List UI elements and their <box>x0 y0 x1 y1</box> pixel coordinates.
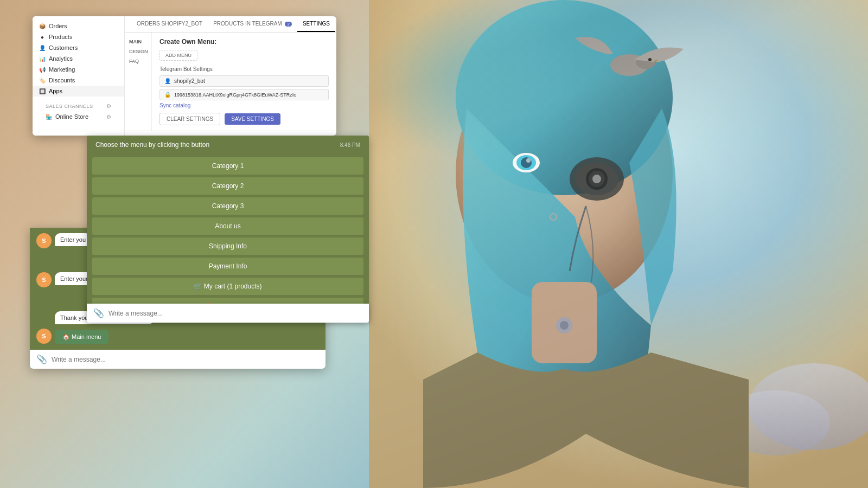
sub-tab-faq[interactable]: FAQ <box>125 56 151 66</box>
sidebar-item-products[interactable]: ● Products <box>33 31 124 42</box>
chat-input-bar-bottom: 📎 <box>30 350 326 369</box>
svg-point-20 <box>560 321 569 330</box>
clear-settings-button[interactable]: CLEAR SETTINGS <box>159 113 220 125</box>
discounts-icon: 🏷️ <box>39 78 46 84</box>
add-menu-button[interactable]: ADD MENU <box>159 50 197 61</box>
bot-name-row: 👤 shopify2_bot <box>159 75 329 87</box>
sidebar-item-analytics[interactable]: 📊 Analytics <box>33 53 124 64</box>
store-icon: 🏪 <box>46 114 52 120</box>
bot-token-row: 🔒 1998153816:AAHLtX9olgRGprj4GTk8GIEuWAZ… <box>159 89 329 100</box>
chat-input-top[interactable] <box>108 310 362 317</box>
shopify-main-content: ORDERS SHOPIFY2_BOT PRODUCTS IN TELEGRAM… <box>125 16 336 136</box>
chat-input-bar-top: 📎 <box>87 304 369 323</box>
menu-btn-category2[interactable]: Category 2 <box>92 177 363 195</box>
avatar-s-1: S <box>36 233 52 248</box>
telegram-menu-header: Choose the menu by clicking the button 8… <box>87 136 369 154</box>
bubble-enter-you: Enter you <box>55 233 91 246</box>
sub-tab-design[interactable]: DESIGN <box>125 47 151 56</box>
chat-row-6: S 🏠 Main menu <box>36 329 319 344</box>
sidebar-item-apps[interactable]: 🔲 Apps <box>33 86 124 97</box>
sales-channels-title: SALES CHANNELS ⚙ <box>39 101 118 111</box>
chat-input-bottom[interactable] <box>52 356 319 363</box>
bottom-buttons: CLEAR SETTINGS SAVE SETTINGS <box>159 113 329 125</box>
telegram-menu-buttons: Category 1 Category 2 Category 3 About u… <box>87 154 369 320</box>
tabs-bar: ORDERS SHOPIFY2_BOT PRODUCTS IN TELEGRAM… <box>125 16 336 33</box>
sync-catalog-link[interactable]: Sync catalog <box>159 102 329 108</box>
menu-btn-payment[interactable]: Payment Info <box>92 258 363 275</box>
sidebar-item-marketing[interactable]: 📢 Marketing <box>33 64 124 75</box>
tab-products-telegram[interactable]: PRODUCTS IN TELEGRAM 2 <box>208 16 297 32</box>
sub-tab-main[interactable]: MAIN <box>125 37 151 47</box>
menu-prompt-text: Choose the menu by clicking the button <box>95 141 209 149</box>
shopify-admin-panel: 📦 Orders ● Products 👤 Customers 📊 Analyt… <box>33 16 336 136</box>
avatar-s-3: S <box>36 329 52 344</box>
menu-btn-shipping[interactable]: Shipping Info <box>92 237 363 255</box>
customers-icon: 👤 <box>39 45 46 51</box>
lock-icon: 🔒 <box>164 92 171 98</box>
sidebar-item-discounts[interactable]: 🏷️ Discounts <box>33 75 124 86</box>
svg-point-15 <box>550 214 557 220</box>
analytics-icon: 📊 <box>39 56 46 62</box>
menu-time: 8:46 PM <box>340 142 360 148</box>
sidebar-item-customers[interactable]: 👤 Customers <box>33 42 124 53</box>
products-icon: ● <box>39 34 46 40</box>
attach-icon-top[interactable]: 📎 <box>93 308 104 318</box>
tab-orders[interactable]: ORDERS SHOPIFY2_BOT <box>131 16 208 32</box>
telegram-menu-panel: Choose the menu by clicking the button 8… <box>87 136 369 320</box>
menu-btn-about[interactable]: About us <box>92 217 363 235</box>
tab-settings[interactable]: SETTINGS <box>297 16 335 32</box>
bot-name-icon: 👤 <box>164 78 171 84</box>
sidebar-item-orders[interactable]: 📦 Orders <box>33 21 124 31</box>
svg-point-10 <box>592 175 601 183</box>
save-settings-button[interactable]: SAVE SETTINGS <box>225 113 280 125</box>
svg-point-18 <box>648 58 652 61</box>
sidebar-item-online-store[interactable]: 🏪 Online Store ⚙ <box>39 111 118 122</box>
apps-icon: 🔲 <box>39 88 46 94</box>
menu-btn-category3[interactable]: Category 3 <box>92 197 363 215</box>
orders-icon: 📦 <box>39 23 46 29</box>
avatar-s-2: S <box>36 272 52 287</box>
section-title: Create Own Menu: <box>159 38 329 46</box>
bot-settings-label: Telegram Bot Settings <box>159 66 329 72</box>
menu-btn-category1[interactable]: Category 1 <box>92 157 363 175</box>
menu-btn-cart[interactable]: 🛒 My cart (1 products) <box>92 278 363 295</box>
attach-icon-bottom[interactable]: 📎 <box>36 354 47 364</box>
marketing-icon: 📢 <box>39 67 46 73</box>
shopify-sidebar: 📦 Orders ● Products 👤 Customers 📊 Analyt… <box>33 16 125 136</box>
main-menu-button-chat[interactable]: 🏠 Main menu <box>55 330 108 344</box>
